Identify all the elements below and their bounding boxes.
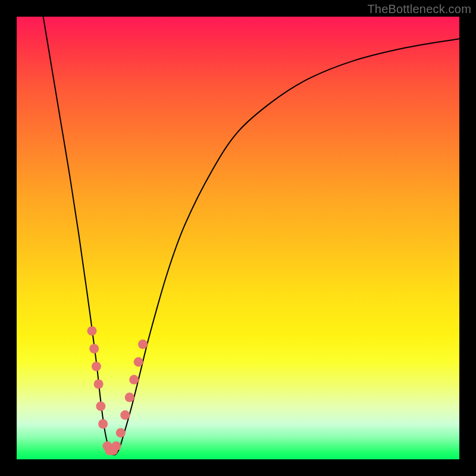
curve-marker [87, 326, 97, 336]
curve-marker [138, 340, 148, 349]
curve-marker [125, 393, 134, 402]
curve-marker [129, 375, 139, 384]
bottleneck-curve [43, 17, 459, 455]
curve-marker [98, 419, 108, 429]
curve-markers [87, 326, 148, 455]
curve-marker [134, 357, 143, 367]
curve-marker [111, 441, 121, 451]
curve-layer [17, 17, 459, 459]
watermark-text: TheBottleneck.com [367, 2, 471, 16]
curve-marker [92, 362, 101, 371]
curve-marker [94, 380, 104, 389]
chart-frame: TheBottleneck.com [0, 0, 476, 476]
curve-marker [89, 344, 99, 353]
curve-marker [96, 402, 105, 411]
curve-marker [120, 411, 130, 420]
curve-marker [116, 428, 126, 437]
plot-area [17, 17, 459, 459]
